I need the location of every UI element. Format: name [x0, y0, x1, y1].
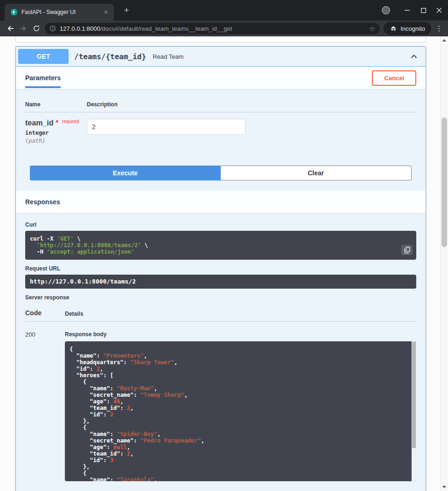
page-scrollbar-thumb[interactable]	[441, 118, 447, 247]
url-text: 127.0.0.1:8000/docs#/default/read_team_t…	[60, 25, 365, 32]
reload-icon[interactable]	[30, 22, 43, 35]
endpoint-summary: Read Team	[153, 53, 410, 60]
execute-button[interactable]: Execute	[30, 166, 221, 180]
maximize-button[interactable]	[420, 7, 427, 14]
parameter-name-cell: team_id * required integer (path)	[25, 112, 87, 144]
method-badge: GET	[18, 49, 69, 64]
responses-section: Curl curl -X 'GET' \ 'http://127.0.0.1:8…	[16, 213, 426, 489]
fastapi-favicon-icon	[10, 8, 18, 16]
address-bar[interactable]: 127.0.0.1:8000/docs#/default/read_team_t…	[45, 23, 380, 34]
scrollbar-up-icon[interactable]	[442, 39, 446, 41]
responses-header: Responses	[16, 191, 426, 213]
tab-parameters[interactable]: Parameters	[25, 68, 61, 88]
parameters-header: Parameters Cancel	[16, 67, 426, 89]
browser-window: FastAPI - Swagger UI × +	[0, 0, 448, 491]
parameters-table-head: Name Description	[25, 97, 416, 112]
code-header: Code	[25, 304, 65, 322]
incognito-badge: Incognito	[384, 22, 431, 35]
details-header: Details	[65, 304, 416, 322]
execute-row: Execute Clear	[30, 166, 412, 180]
response-details-cell: Response body { "name": "Preventers", "h…	[65, 324, 416, 481]
param-value-input[interactable]	[87, 119, 245, 135]
parameter-name: team_id	[25, 119, 53, 127]
scrollbar-down-icon[interactable]	[442, 486, 446, 488]
swagger-page: GET /teams/{team_id} Read Team Parameter…	[0, 36, 440, 491]
parameter-row: team_id * required integer (path)	[25, 112, 416, 144]
previous-section-partial	[15, 36, 426, 42]
parameter-value-cell	[87, 112, 416, 144]
opblock-summary[interactable]: GET /teams/{team_id} Read Team	[16, 47, 426, 67]
titlebar-badge-icon[interactable]	[382, 6, 390, 14]
parameters-section: Name Description team_id * required inte…	[16, 89, 426, 191]
forward-icon[interactable]	[17, 22, 30, 35]
curl-code: curl -X 'GET' \ 'http://127.0.0.1:8000/t…	[30, 235, 412, 255]
response-body-label: Response body	[65, 331, 416, 338]
col-header-description: Description	[87, 97, 416, 112]
back-icon[interactable]	[4, 22, 17, 35]
copy-to-clipboard-icon[interactable]	[401, 245, 413, 255]
response-body-block: { "name": "Preventers", "headquarters": …	[65, 341, 416, 481]
curl-label: Curl	[25, 221, 416, 228]
parameter-type: integer	[25, 130, 87, 136]
server-response-table-head: Code Details	[25, 304, 416, 322]
server-response-row: 200 Response body { "name": "Preventers"…	[25, 324, 416, 481]
curl-block: curl -X 'GET' \ 'http://127.0.0.1:8000/t…	[25, 231, 416, 260]
request-url-label: Request URL	[25, 265, 416, 272]
bookmark-star-icon[interactable]: ☆	[369, 25, 375, 32]
request-url-value: http://127.0.0.1:8000/teams/2	[25, 275, 416, 289]
server-response-label: Server response	[25, 294, 416, 301]
response-body-scrollbar[interactable]	[412, 341, 416, 481]
clear-button[interactable]: Clear	[221, 166, 412, 180]
collapse-chevron-icon[interactable]	[410, 53, 418, 60]
status-code: 200	[25, 324, 65, 481]
minimize-button[interactable]	[404, 7, 411, 14]
window-controls	[404, 0, 442, 21]
page-scrollbar[interactable]	[440, 36, 448, 491]
parameter-location: (path)	[25, 138, 87, 144]
endpoint-path: /teams/{team_id}	[74, 52, 146, 61]
close-button[interactable]	[436, 7, 442, 14]
page-viewport: GET /teams/{team_id} Read Team Parameter…	[0, 36, 448, 491]
responses-title: Responses	[25, 198, 60, 206]
cancel-button[interactable]: Cancel	[372, 70, 416, 86]
browser-menu-icon[interactable]: ⋮	[434, 24, 444, 33]
tab-close-icon[interactable]: ×	[102, 8, 110, 16]
opblock-get: GET /teams/{team_id} Read Team Parameter…	[15, 46, 426, 491]
tab-title: FastAPI - Swagger UI	[21, 9, 102, 15]
required-star: *	[56, 119, 58, 127]
url-host: 127.0.0.1:8000	[60, 25, 100, 32]
browser-tab[interactable]: FastAPI - Swagger UI ×	[5, 4, 114, 21]
response-body-code: { "name": "Preventers", "headquarters": …	[70, 346, 407, 481]
col-header-name: Name	[25, 97, 87, 112]
incognito-icon	[390, 25, 397, 32]
browser-toolbar: 127.0.0.1:8000/docs#/default/read_team_t…	[0, 21, 448, 36]
new-tab-button[interactable]: +	[121, 6, 132, 16]
response-body-scrollbar-thumb[interactable]	[412, 342, 416, 448]
incognito-label: Incognito	[400, 25, 425, 32]
site-info-icon[interactable]	[49, 25, 56, 32]
required-label: required	[62, 119, 79, 124]
url-path: /docs#/default/read_team_teams__team_id_…	[100, 25, 232, 32]
browser-titlebar: FastAPI - Swagger UI × +	[0, 0, 448, 21]
